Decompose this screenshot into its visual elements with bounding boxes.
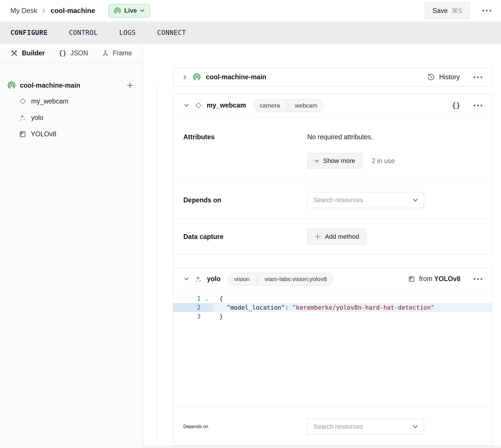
- live-label: Live: [124, 7, 137, 14]
- top-header: My Desk cool-machine Live Save ⌘S: [0, 0, 501, 22]
- resource-type-pill: camera webcam: [254, 99, 323, 112]
- resource-title: yolo: [207, 275, 221, 283]
- from-module-text: from YOLOv8: [419, 275, 460, 283]
- collapse-chevron-down-icon[interactable]: [183, 103, 190, 108]
- my-webcam-card-header: my_webcam camera webcam {}: [173, 94, 492, 117]
- code-line-2-active: 2 "model_location": "keremberke/yolov8n-…: [173, 303, 492, 312]
- depends-on-label: Depends on: [183, 196, 307, 204]
- chevron-down-icon: [413, 425, 418, 428]
- part-card-title: cool-machine-main: [206, 73, 266, 81]
- save-label: Save: [433, 7, 448, 15]
- viam-machine-config-page: My Desk cool-machine Live Save ⌘S CONFIG…: [0, 0, 501, 448]
- attributes-json-editor[interactable]: 1 ⌄ { 2 "model_location": "keremberke/yo…: [173, 290, 492, 407]
- yolo-card-header: yolo vision viam-labs:vision:yolov8: [173, 268, 492, 290]
- broadcast-icon: [114, 7, 121, 14]
- json-string-value: "keremberke/yolov8n-hard-hat-detection": [292, 304, 434, 311]
- tree-item-yolov8-module[interactable]: YOLOv8: [19, 128, 134, 140]
- module-icon: [19, 131, 26, 138]
- plus-icon: [126, 82, 134, 89]
- view-tab-frame[interactable]: Frame: [102, 49, 132, 57]
- tree-item-label: my_webcam: [31, 97, 68, 105]
- next-section-edge: [143, 446, 501, 448]
- fold-chevron-icon[interactable]: ⌄: [201, 296, 213, 302]
- resource-type: camera: [254, 102, 286, 109]
- data-capture-section: Data capture Add method: [173, 219, 492, 255]
- part-connector-line: [157, 86, 157, 448]
- attributes-label: Attributes: [183, 133, 307, 141]
- attributes-in-use-count: 2 in use: [372, 157, 395, 165]
- resource-type: vision: [228, 276, 255, 283]
- yolo-card: yolo vision viam-labs:vision:yolov8: [173, 268, 492, 446]
- resource-model: webcam: [289, 102, 323, 109]
- history-button[interactable]: History: [427, 73, 460, 81]
- edit-json-icon[interactable]: {}: [452, 101, 460, 110]
- config-sidebar: Builder {} JSON Frame: [0, 44, 143, 448]
- camera-diamond-icon: [195, 102, 202, 109]
- tree-item-yolo[interactable]: yolo: [19, 111, 134, 124]
- collapse-chevron-down-icon[interactable]: [183, 277, 190, 281]
- braces-icon: {}: [59, 50, 67, 57]
- chevron-down-icon: [413, 198, 418, 202]
- save-shortcut: ⌘S: [452, 7, 462, 14]
- main-nav-tabs: CONFIGURE CONTROL LOGS CONNECT: [0, 22, 501, 44]
- depends-on-select[interactable]: Search resources: [307, 192, 424, 208]
- expand-part-chevron-right-icon[interactable]: [183, 74, 187, 80]
- add-resource-button[interactable]: [126, 82, 134, 89]
- resource-more-menu-icon[interactable]: [472, 275, 484, 283]
- tab-control[interactable]: CONTROL: [69, 29, 98, 36]
- show-more-button[interactable]: Show more: [307, 153, 362, 169]
- history-clock-icon: [427, 73, 435, 81]
- my-webcam-card: my_webcam camera webcam {} Attributes: [173, 94, 492, 255]
- attributes-section: Attributes No required attributes. Show …: [173, 117, 492, 182]
- tree-item-machine-part[interactable]: cool-machine-main: [7, 79, 134, 92]
- config-view-switcher: Builder {} JSON Frame: [0, 44, 143, 63]
- breadcrumb-root-link[interactable]: My Desk: [10, 7, 37, 15]
- tab-configure[interactable]: CONFIGURE: [10, 29, 48, 36]
- pill-divider-icon: [286, 99, 289, 112]
- resource-model: viam-labs:vision:yolov8: [259, 276, 333, 283]
- depends-on-placeholder: Search resources: [313, 196, 363, 204]
- json-key: "model_location": [219, 304, 285, 311]
- depends-on-section: Depends on Search resources: [173, 182, 492, 219]
- depends-on-section: Depends on Search resources: [173, 407, 492, 446]
- frame-label: Frame: [113, 49, 132, 57]
- add-method-label: Add method: [325, 233, 359, 240]
- from-module-name: YOLOv8: [434, 275, 460, 283]
- broadcast-icon: [193, 73, 201, 81]
- tree-item-label: YOLOv8: [31, 130, 56, 138]
- code-text: "model_location": "keremberke/yolov8n-ha…: [213, 303, 492, 312]
- vision-sparkles-icon: [19, 114, 27, 121]
- from-word: from: [419, 275, 432, 283]
- machine-part-card: cool-machine-main History: [173, 68, 492, 86]
- tree-item-my-webcam[interactable]: my_webcam: [19, 95, 134, 108]
- code-text: {: [213, 294, 492, 303]
- header-more-menu-icon[interactable]: [481, 7, 493, 14]
- view-tab-builder[interactable]: Builder: [10, 49, 45, 57]
- data-capture-label: Data capture: [183, 233, 307, 241]
- resource-title: my_webcam: [207, 101, 246, 109]
- view-tab-json[interactable]: {} JSON: [59, 49, 88, 57]
- resource-type-pill: vision viam-labs:vision:yolov8: [228, 273, 333, 285]
- line-number: 3: [173, 313, 201, 320]
- part-more-menu-icon[interactable]: [472, 74, 484, 81]
- chevron-down-icon: [314, 159, 319, 163]
- depends-on-select[interactable]: Search resources: [307, 419, 424, 435]
- module-icon: [408, 276, 415, 283]
- save-button[interactable]: Save ⌘S: [425, 2, 470, 19]
- breadcrumb-current: cool-machine: [50, 7, 95, 15]
- line-number: 1: [173, 295, 201, 302]
- tab-connect[interactable]: CONNECT: [157, 29, 186, 36]
- from-module-indicator: from YOLOv8: [408, 275, 460, 283]
- attributes-empty-text: No required attributes.: [307, 133, 373, 141]
- tab-logs[interactable]: LOGS: [119, 29, 136, 36]
- code-line-3: 3 }: [173, 312, 492, 321]
- resource-tree: cool-machine-main my_webcam: [0, 63, 143, 140]
- broadcast-icon: [7, 81, 16, 89]
- depends-on-label: Depends on: [183, 424, 307, 429]
- live-status-dropdown[interactable]: Live: [108, 4, 150, 18]
- add-method-button[interactable]: Add method: [307, 229, 366, 244]
- json-label: JSON: [70, 49, 88, 57]
- frame-axes-icon: [102, 50, 109, 57]
- resource-more-menu-icon[interactable]: [472, 102, 484, 109]
- code-text: }: [213, 312, 492, 321]
